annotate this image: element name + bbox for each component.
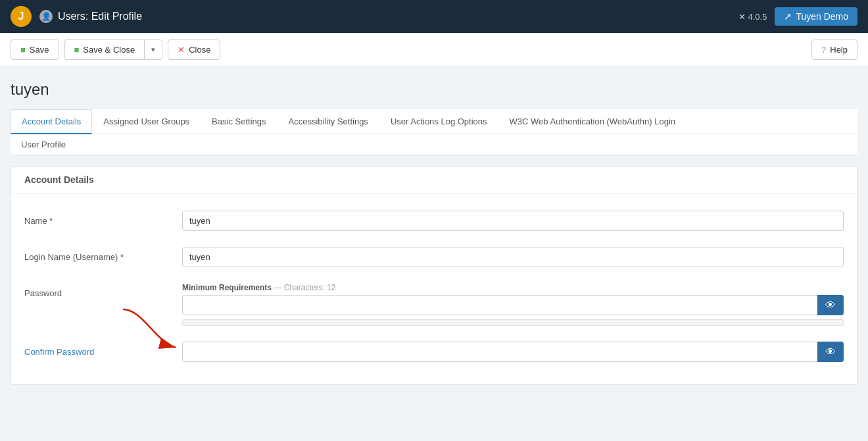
question-mark-icon: ?: [821, 45, 826, 55]
external-link-icon: ↗: [784, 11, 792, 22]
save-close-label: Save & Close: [83, 45, 135, 55]
password-hint: Minimum Requirements — Characters: 12: [182, 283, 844, 292]
toolbar: ■ Save ■ Save & Close ▾ ✕ Close ? Help: [0, 33, 868, 67]
name-field-group: Name *: [11, 204, 857, 238]
tabs-row: Account Details Assigned User Groups Bas…: [11, 109, 857, 134]
confirm-password-group: 👁: [182, 342, 844, 362]
login-name-input-wrap: [182, 247, 844, 267]
save-close-dropdown[interactable]: ▾: [144, 39, 162, 60]
confirm-password-input[interactable]: [182, 342, 844, 362]
password-label: Password: [24, 283, 182, 298]
close-label: Close: [189, 45, 210, 55]
page-title-bar: 👤 Users: Edit Profile: [39, 10, 142, 23]
toolbar-left: ■ Save ■ Save & Close ▾ ✕ Close: [11, 39, 220, 60]
name-input-wrap: [182, 211, 844, 231]
tab-second-row: User Profile: [11, 134, 857, 155]
form-section: Account Details Name * Login Name (Usern…: [11, 166, 857, 385]
login-name-label: Login Name (Username) *: [24, 247, 182, 262]
tab-w3c-webauthn[interactable]: W3C Web Authentication (WebAuthn) Login: [498, 109, 687, 134]
username-heading: tuyen: [11, 80, 857, 99]
confirm-password-link[interactable]: Confirm Password: [24, 347, 94, 357]
tab-accessibility-settings[interactable]: Accessibility Settings: [277, 109, 379, 134]
password-input[interactable]: [182, 295, 844, 315]
password-field-group: Password Minimum Requirements — Characte…: [11, 276, 857, 332]
top-bar-right: ✕ 4.0.5 ↗ Tuyen Demo: [738, 7, 857, 26]
tab-user-actions-log[interactable]: User Actions Log Options: [379, 109, 498, 134]
name-label: Name *: [24, 211, 182, 226]
eye-icon: 👁: [825, 299, 836, 311]
save-close-icon: ■: [74, 45, 80, 55]
tab-account-details[interactable]: Account Details: [11, 109, 92, 134]
top-bar: J 👤 Users: Edit Profile ✕ 4.0.5 ↗ Tuyen …: [0, 0, 868, 33]
close-button[interactable]: ✕ Close: [168, 39, 220, 60]
password-group: 👁: [182, 295, 844, 315]
version-badge: ✕ 4.0.5: [738, 12, 767, 22]
top-bar-left: J 👤 Users: Edit Profile: [11, 6, 142, 27]
scroll-track[interactable]: [182, 319, 844, 326]
content-area: tuyen Account Details Assigned User Grou…: [0, 67, 868, 398]
confirm-password-toggle-button[interactable]: 👁: [817, 342, 844, 362]
user-icon-header: 👤: [39, 10, 53, 23]
joomla-logo: J: [11, 6, 32, 27]
chevron-down-icon: ▾: [151, 45, 155, 53]
save-icon: ■: [20, 45, 26, 55]
password-toggle-button[interactable]: 👁: [817, 295, 844, 315]
save-button[interactable]: ■ Save: [11, 39, 59, 60]
tab-assigned-user-groups[interactable]: Assigned User Groups: [92, 109, 201, 134]
close-icon: ✕: [178, 45, 185, 55]
help-label: Help: [830, 45, 848, 55]
confirm-password-input-wrap: 👁: [182, 342, 844, 362]
login-name-input[interactable]: [182, 247, 844, 267]
eye-icon-confirm: 👁: [825, 346, 836, 358]
page-title: Users: Edit Profile: [58, 11, 142, 22]
tabs-container: Account Details Assigned User Groups Bas…: [11, 109, 857, 155]
help-button[interactable]: ? Help: [811, 39, 857, 60]
save-close-group: ■ Save & Close ▾: [64, 39, 163, 60]
name-input[interactable]: [182, 211, 844, 231]
user-button-label: Tuyen Demo: [796, 11, 848, 22]
password-input-wrap: Minimum Requirements — Characters: 12 👁: [182, 283, 844, 326]
confirm-password-field-group: Confirm Password 👁: [11, 335, 857, 369]
tab-user-profile[interactable]: User Profile: [11, 134, 76, 155]
user-profile-button[interactable]: ↗ Tuyen Demo: [775, 7, 857, 26]
form-section-title: Account Details: [11, 167, 857, 194]
save-close-button[interactable]: ■ Save & Close: [64, 39, 145, 60]
confirm-password-label: Confirm Password: [24, 342, 182, 357]
tab-basic-settings[interactable]: Basic Settings: [201, 109, 277, 134]
save-label: Save: [30, 45, 49, 55]
login-name-field-group: Login Name (Username) *: [11, 240, 857, 274]
